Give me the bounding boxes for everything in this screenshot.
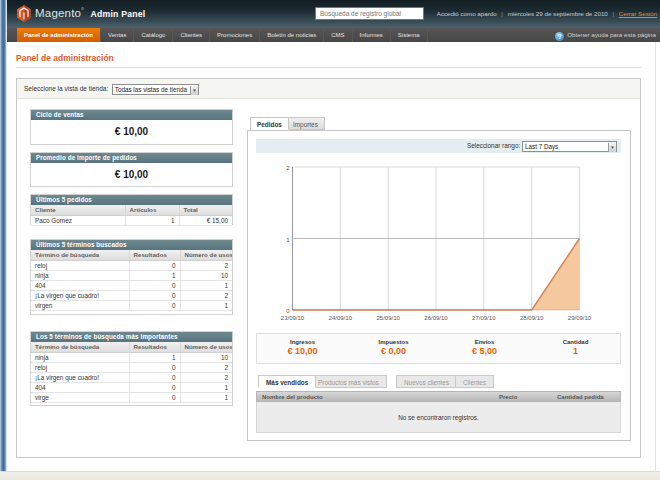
svg-text:25/09/10: 25/09/10 [377, 315, 401, 321]
svg-text:1: 1 [286, 237, 290, 243]
svg-text:0: 0 [286, 308, 290, 314]
svg-text:28/09/10: 28/09/10 [520, 315, 544, 321]
svg-text:29/09/10: 29/09/10 [568, 315, 592, 321]
svg-text:24/09/10: 24/09/10 [329, 315, 353, 321]
svg-text:26/09/10: 26/09/10 [424, 315, 448, 321]
svg-text:23/09/10: 23/09/10 [281, 315, 305, 321]
svg-text:27/09/10: 27/09/10 [472, 315, 496, 321]
svg-text:2: 2 [286, 165, 290, 171]
